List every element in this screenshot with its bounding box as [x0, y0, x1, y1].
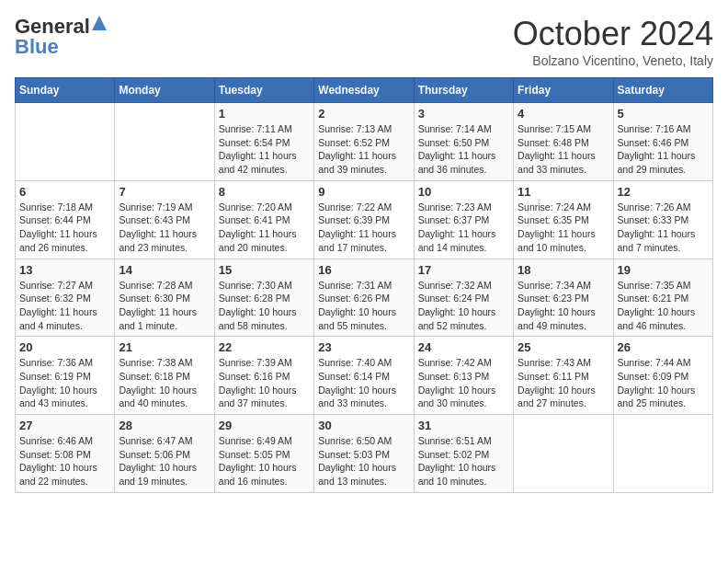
week-row-5: 27Sunrise: 6:46 AMSunset: 5:08 PMDayligh… [16, 415, 713, 493]
day-number: 27 [19, 419, 110, 432]
day-number: 23 [318, 340, 409, 354]
day-info: Sunrise: 7:44 AMSunset: 6:09 PMDaylight:… [618, 356, 709, 410]
day-header-thursday: Thursday [414, 78, 513, 103]
day-info: Sunrise: 7:11 AMSunset: 6:54 PMDaylight:… [219, 122, 310, 177]
calendar-cell [115, 103, 214, 181]
day-info: Sunrise: 6:49 AMSunset: 5:05 PMDaylight:… [219, 434, 310, 488]
day-number: 4 [518, 107, 609, 121]
day-info: Sunrise: 7:36 AMSunset: 6:19 PMDaylight:… [19, 356, 110, 410]
day-number: 30 [318, 419, 409, 432]
page-header: General Blue October 2024 Bolzano Vicent… [15, 15, 713, 68]
day-number: 14 [119, 263, 210, 277]
day-number: 13 [19, 263, 110, 277]
calendar-cell: 20Sunrise: 7:36 AMSunset: 6:19 PMDayligh… [16, 337, 115, 415]
logo-triangle-icon [92, 16, 107, 34]
calendar-cell [613, 415, 712, 493]
day-info: Sunrise: 6:46 AMSunset: 5:08 PMDaylight:… [19, 434, 110, 488]
day-number: 20 [19, 340, 110, 354]
day-info: Sunrise: 7:13 AMSunset: 6:52 PMDaylight:… [318, 122, 409, 177]
day-number: 31 [418, 419, 509, 432]
logo: General Blue [15, 15, 107, 59]
calendar-cell: 3Sunrise: 7:14 AMSunset: 6:50 PMDaylight… [414, 103, 513, 181]
calendar-cell: 26Sunrise: 7:44 AMSunset: 6:09 PMDayligh… [613, 337, 712, 415]
calendar-cell: 17Sunrise: 7:32 AMSunset: 6:24 PMDayligh… [414, 259, 513, 337]
day-info: Sunrise: 7:22 AMSunset: 6:39 PMDaylight:… [318, 201, 409, 255]
day-info: Sunrise: 7:30 AMSunset: 6:28 PMDaylight:… [219, 279, 310, 333]
day-number: 18 [518, 263, 609, 277]
day-info: Sunrise: 7:38 AMSunset: 6:18 PMDaylight:… [119, 356, 210, 410]
day-info: Sunrise: 7:35 AMSunset: 6:21 PMDaylight:… [618, 279, 709, 333]
calendar-cell: 2Sunrise: 7:13 AMSunset: 6:52 PMDaylight… [314, 103, 414, 181]
title-area: October 2024 Bolzano Vicentino, Veneto, … [513, 15, 713, 68]
week-row-1: 1Sunrise: 7:11 AMSunset: 6:54 PMDaylight… [16, 103, 713, 181]
calendar-cell: 5Sunrise: 7:16 AMSunset: 6:46 PMDaylight… [613, 103, 712, 181]
day-number: 24 [418, 340, 509, 354]
day-number: 22 [219, 340, 310, 354]
day-info: Sunrise: 7:14 AMSunset: 6:50 PMDaylight:… [418, 122, 509, 177]
day-info: Sunrise: 7:16 AMSunset: 6:46 PMDaylight:… [618, 122, 709, 177]
day-info: Sunrise: 7:28 AMSunset: 6:30 PMDaylight:… [119, 279, 210, 333]
day-number: 1 [219, 107, 310, 121]
day-number: 15 [219, 263, 310, 277]
calendar-cell: 6Sunrise: 7:18 AMSunset: 6:44 PMDaylight… [16, 180, 115, 259]
location-text: Bolzano Vicentino, Veneto, Italy [513, 53, 713, 68]
day-header-tuesday: Tuesday [214, 78, 313, 103]
calendar-cell: 29Sunrise: 6:49 AMSunset: 5:05 PMDayligh… [214, 415, 313, 493]
day-number: 28 [119, 419, 210, 432]
day-number: 2 [318, 107, 409, 121]
day-number: 17 [418, 263, 509, 277]
day-info: Sunrise: 6:50 AMSunset: 5:03 PMDaylight:… [318, 434, 409, 488]
calendar-cell: 8Sunrise: 7:20 AMSunset: 6:41 PMDaylight… [214, 180, 313, 259]
calendar-cell: 16Sunrise: 7:31 AMSunset: 6:26 PMDayligh… [314, 259, 414, 337]
calendar-cell: 30Sunrise: 6:50 AMSunset: 5:03 PMDayligh… [314, 415, 414, 493]
calendar-cell: 31Sunrise: 6:51 AMSunset: 5:02 PMDayligh… [414, 415, 513, 493]
day-info: Sunrise: 6:47 AMSunset: 5:06 PMDaylight:… [119, 434, 210, 488]
day-info: Sunrise: 7:18 AMSunset: 6:44 PMDaylight:… [19, 201, 110, 255]
day-number: 3 [418, 107, 509, 121]
day-header-wednesday: Wednesday [314, 78, 414, 103]
day-number: 29 [219, 419, 310, 432]
day-number: 10 [418, 185, 509, 199]
day-header-sunday: Sunday [16, 78, 115, 103]
week-row-2: 6Sunrise: 7:18 AMSunset: 6:44 PMDaylight… [16, 180, 713, 259]
month-title: October 2024 [513, 15, 713, 53]
calendar-cell: 1Sunrise: 7:11 AMSunset: 6:54 PMDaylight… [214, 103, 313, 181]
calendar-cell: 9Sunrise: 7:22 AMSunset: 6:39 PMDaylight… [314, 180, 414, 259]
day-number: 26 [618, 340, 709, 354]
day-info: Sunrise: 7:31 AMSunset: 6:26 PMDaylight:… [318, 279, 409, 333]
calendar-cell: 25Sunrise: 7:43 AMSunset: 6:11 PMDayligh… [514, 337, 613, 415]
week-row-4: 20Sunrise: 7:36 AMSunset: 6:19 PMDayligh… [16, 337, 713, 415]
calendar-cell: 10Sunrise: 7:23 AMSunset: 6:37 PMDayligh… [414, 180, 513, 259]
day-info: Sunrise: 7:39 AMSunset: 6:16 PMDaylight:… [219, 356, 310, 410]
day-header-saturday: Saturday [613, 78, 712, 103]
day-number: 25 [518, 340, 609, 354]
calendar-cell: 12Sunrise: 7:26 AMSunset: 6:33 PMDayligh… [613, 180, 712, 259]
calendar-cell: 13Sunrise: 7:27 AMSunset: 6:32 PMDayligh… [16, 259, 115, 337]
day-info: Sunrise: 7:34 AMSunset: 6:23 PMDaylight:… [518, 279, 609, 333]
day-info: Sunrise: 7:26 AMSunset: 6:33 PMDaylight:… [618, 201, 709, 255]
calendar-cell [16, 103, 115, 181]
calendar-cell: 19Sunrise: 7:35 AMSunset: 6:21 PMDayligh… [613, 259, 712, 337]
day-info: Sunrise: 7:20 AMSunset: 6:41 PMDaylight:… [219, 201, 310, 255]
day-info: Sunrise: 7:19 AMSunset: 6:43 PMDaylight:… [119, 201, 210, 255]
day-info: Sunrise: 7:27 AMSunset: 6:32 PMDaylight:… [19, 279, 110, 333]
day-number: 11 [518, 185, 609, 199]
calendar-cell: 14Sunrise: 7:28 AMSunset: 6:30 PMDayligh… [115, 259, 214, 337]
day-number: 12 [618, 185, 709, 199]
calendar-cell: 21Sunrise: 7:38 AMSunset: 6:18 PMDayligh… [115, 337, 214, 415]
svg-marker-0 [92, 16, 107, 30]
week-row-3: 13Sunrise: 7:27 AMSunset: 6:32 PMDayligh… [16, 259, 713, 337]
day-number: 8 [219, 185, 310, 199]
day-number: 5 [618, 107, 709, 121]
day-info: Sunrise: 7:24 AMSunset: 6:35 PMDaylight:… [518, 201, 609, 255]
calendar-cell: 23Sunrise: 7:40 AMSunset: 6:14 PMDayligh… [314, 337, 414, 415]
day-info: Sunrise: 7:40 AMSunset: 6:14 PMDaylight:… [318, 356, 409, 410]
day-header-monday: Monday [115, 78, 214, 103]
calendar-cell [514, 415, 613, 493]
day-number: 7 [119, 185, 210, 199]
days-header-row: SundayMondayTuesdayWednesdayThursdayFrid… [16, 78, 713, 103]
calendar-cell: 7Sunrise: 7:19 AMSunset: 6:43 PMDaylight… [115, 180, 214, 259]
logo-blue-text: Blue [15, 35, 59, 59]
calendar-cell: 11Sunrise: 7:24 AMSunset: 6:35 PMDayligh… [514, 180, 613, 259]
calendar-cell: 24Sunrise: 7:42 AMSunset: 6:13 PMDayligh… [414, 337, 513, 415]
